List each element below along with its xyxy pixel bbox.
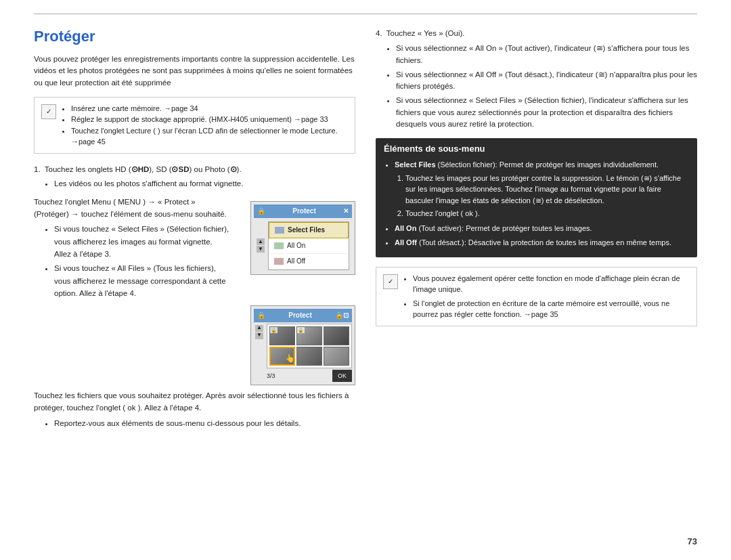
submenu-item-2-bold: All On	[395, 224, 416, 232]
step-3-bullet: Reportez-vous aux éléments de sous-menu …	[54, 417, 355, 429]
thumb-2[interactable]: 🔒	[296, 326, 322, 345]
protect-indicator: 🔒⊡	[335, 310, 349, 321]
protect-title-bar: 🔒 Protect ✕	[254, 204, 352, 218]
page-title: Protéger	[34, 28, 355, 45]
note-box: ✓ Insérez une carte mémoire. →page 34 Ré…	[34, 97, 355, 154]
submenu-item-1-sub-2: Touchez l'onglet ( ok ).	[405, 208, 689, 219]
all-off-icon	[274, 258, 284, 265]
menu-list: Select Files All On All Off	[268, 221, 349, 270]
step-1-text: 1. Touchez les onglets HD (⊙HD), SD (⊙SD…	[34, 163, 355, 175]
submenu-item-1-bold: Select Files	[395, 160, 436, 169]
submenu-item-2-text: (Tout activer): Permet de protéger toute…	[416, 224, 592, 232]
thumb-nav-down[interactable]: ▼	[255, 332, 263, 339]
right-column: 4. Touchez « Yes » (Oui). Si vous sélect…	[376, 28, 697, 435]
ui2-footer: 3/3 OK	[267, 370, 352, 382]
step-3-text: Touchez les fichiers que vous souhaitez …	[34, 389, 355, 414]
left-column: Protéger Vous pouvez protéger les enregi…	[34, 28, 355, 435]
thumb-3[interactable]	[324, 326, 349, 345]
nav-area: ▲ ▼ Select Files All On	[254, 220, 352, 272]
step-1-bullet: Les vidéos ou les photos s'affichent au …	[54, 177, 355, 190]
thumb-grid: 🔒 🔒 👆	[267, 324, 352, 368]
protect-label: Protect	[292, 206, 315, 217]
all-on-label: All On	[287, 240, 305, 251]
protect-ui-box: 🔒 Protect ✕ ▲ ▼	[250, 201, 355, 275]
protect-ui2-wrapper: 🔒 Protect 🔒⊡ ▲ ▼	[34, 305, 355, 385]
note-item-2: Réglez le support de stockage approprié.…	[71, 114, 348, 125]
note-icon: ✓	[41, 104, 56, 119]
protect-title-bar-2: 🔒 Protect 🔒⊡	[254, 309, 352, 322]
step-4-bullet-2: Si vous sélectionnez « All Off » (Tout d…	[396, 69, 697, 93]
submenu-title: Éléments de sous-menu	[384, 144, 689, 154]
note-item-1: Insérez une carte mémoire. →page 34	[71, 103, 348, 114]
thumb-nav-up[interactable]: ▲	[255, 325, 263, 332]
nav-up[interactable]: ▲	[257, 238, 265, 245]
note-content-2: Vous pouvez également opérer cette fonct…	[403, 273, 690, 320]
intro-paragraph: Vous pouvez protéger les enregistrements…	[34, 53, 355, 89]
protect-mark-2: 🔒	[297, 327, 305, 333]
select-files-label: Select Files	[288, 225, 325, 236]
protect-icon-2: 🔒	[257, 310, 265, 321]
thumb-4[interactable]: 👆	[269, 347, 295, 366]
select-files-icon	[275, 227, 284, 234]
all-on-icon	[274, 242, 284, 249]
protect-icon: 🔒	[257, 206, 265, 217]
nav-arrows: ▲ ▼	[257, 238, 265, 253]
steps-section: 1. Touchez les onglets HD (⊙HD), SD (⊙SD…	[34, 163, 355, 435]
page-number: 73	[688, 536, 697, 546]
thumb-6[interactable]	[324, 347, 349, 366]
protect-mark-1: 🔒	[270, 327, 278, 333]
submenu-item-1: Select Files (Sélection fichier): Permet…	[395, 159, 689, 219]
submenu-item-3-bold: All Off	[395, 238, 417, 246]
protect-menu-ui-1: 🔒 Protect ✕ ▲ ▼	[237, 196, 355, 280]
two-column-layout: Protéger Vous pouvez protéger les enregi…	[34, 28, 697, 435]
hand-pointer: 👆	[285, 352, 295, 365]
thumb-1[interactable]: 🔒	[269, 326, 295, 345]
submenu-item-3: All Off (Tout désact.): Désactive la pro…	[395, 237, 689, 249]
submenu-item-1-sub-1: Touchez les images pour les protéger con…	[405, 173, 689, 207]
ok-button[interactable]: OK	[332, 370, 352, 382]
note2-item-2: Si l'onglet de protection en écriture de…	[413, 298, 690, 320]
thumb-nav: ▲ ▼	[254, 324, 265, 341]
menu-item-select-files[interactable]: Select Files	[269, 222, 349, 238]
submenu-box: Éléments de sous-menu Select Files (Séle…	[376, 138, 697, 257]
note-content: Insérez une carte mémoire. →page 34 Régl…	[62, 103, 348, 148]
menu-item-all-on[interactable]: All On	[269, 238, 349, 254]
protect-label-2: Protect	[288, 310, 311, 321]
page-container: Protéger Vous pouvez protéger les enregi…	[0, 0, 731, 560]
note-icon-2: ✓	[383, 274, 398, 289]
note2-item-1: Vous pouvez également opérer cette fonct…	[413, 273, 690, 295]
note-box-2: ✓ Vous pouvez également opérer cette fon…	[376, 267, 697, 326]
nav-down[interactable]: ▼	[257, 246, 265, 253]
menu-item-all-off[interactable]: All Off	[269, 254, 349, 270]
thumb-area: 🔒 🔒 👆	[267, 324, 352, 382]
step-4-intro: 4. Touchez « Yes » (Oui).	[376, 28, 697, 39]
step-4-section: 4. Touchez « Yes » (Oui). Si vous sélect…	[376, 28, 697, 130]
thumb-5[interactable]	[296, 347, 322, 366]
protect-ui2-body: ▲ ▼ 🔒 🔒	[254, 324, 352, 382]
step-3: Touchez les fichiers que vous souhaitez …	[34, 389, 355, 429]
step-4-bullet-3: Si vous sélectionnez « Select Files » (S…	[396, 95, 697, 130]
submenu-item-1-text: (Sélection fichier): Permet de protéger …	[436, 160, 659, 169]
page-num: 3/3	[267, 371, 275, 381]
submenu-item-2: All On (Tout activer): Permet de protége…	[395, 223, 689, 234]
all-off-label: All Off	[287, 256, 305, 267]
note-item-3: Touchez l'onglet Lecture ( ) sur l'écran…	[71, 125, 348, 148]
close-icon: ✕	[343, 206, 349, 217]
protect-ui-box-2: 🔒 Protect 🔒⊡ ▲ ▼	[250, 305, 355, 385]
step-1: 1. Touchez les onglets HD (⊙HD), SD (⊙SD…	[34, 163, 355, 190]
top-divider	[34, 14, 697, 14]
step-4-bullet-1: Si vous sélectionnez « All On » (Tout ac…	[396, 43, 697, 66]
submenu-item-3-text: (Tout désact.): Désactive la protection …	[417, 238, 671, 246]
